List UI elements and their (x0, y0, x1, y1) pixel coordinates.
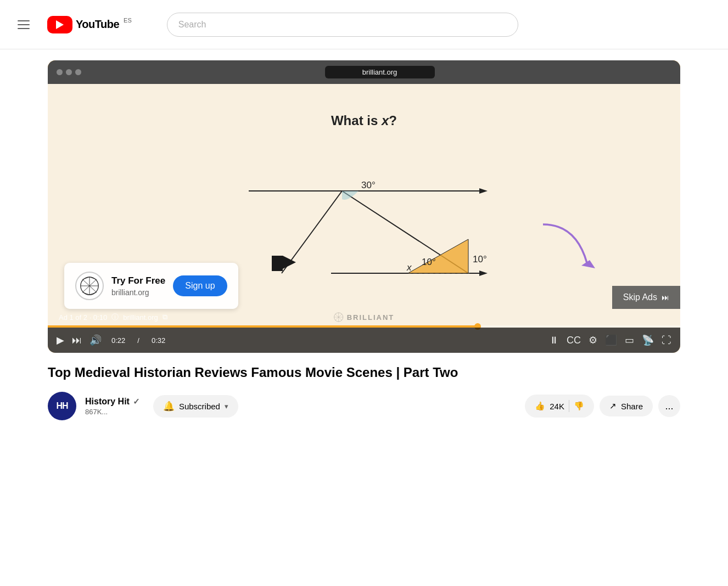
header: YouTube ES (0, 0, 728, 49)
browser-dot-green (75, 69, 81, 75)
next-button[interactable]: ⏭ (72, 335, 82, 346)
play-button[interactable]: ▶ (57, 334, 64, 346)
channel-name: History Hit ✓ (85, 397, 140, 407)
subscribed-label: Subscribed (179, 402, 220, 411)
menu-button[interactable] (13, 16, 34, 33)
pause-icon[interactable]: ⏸ (549, 335, 559, 346)
skip-ads-button[interactable]: Skip Ads ⏭ (612, 286, 680, 309)
search-input[interactable] (167, 13, 518, 37)
svg-text:10°: 10° (473, 254, 487, 264)
ad-info-text: Ad 1 of 2 · 0:10 (59, 313, 107, 322)
search-bar (167, 13, 518, 37)
brilliant-watermark: BRILLIANT (334, 312, 395, 322)
ad-logo (75, 272, 104, 300)
fullscreen-button[interactable]: ⛶ (662, 335, 671, 346)
chevron-down-icon: ▾ (225, 402, 228, 410)
theater-button[interactable]: ▭ (625, 334, 634, 346)
svg-text:10°: 10° (422, 257, 436, 267)
video-title: Top Medieval Historian Reviews Famous Mo… (48, 364, 680, 381)
ad-info: Try For Free brilliant.org (111, 275, 165, 297)
settings-button[interactable]: ⚙ (589, 334, 597, 346)
skip-ads-label: Skip Ads (623, 292, 657, 302)
svg-rect-13 (272, 256, 283, 271)
share-label: Share (621, 402, 643, 411)
action-buttons: 👍 24K 👎 ↗ Share ... (525, 395, 680, 418)
more-icon: ... (665, 401, 673, 412)
ad-info-bar: Ad 1 of 2 · 0:10 ⓘ brilliant.org ⧉ (59, 312, 167, 322)
miniplayer-button[interactable]: ⬛ (605, 334, 617, 346)
youtube-logo[interactable]: YouTube ES (47, 16, 132, 33)
svg-marker-14 (283, 256, 296, 269)
video-player[interactable]: brilliant.org What is x? (48, 60, 680, 353)
time-separator: / (137, 336, 139, 345)
country-code: ES (124, 17, 132, 24)
browser-dot-yellow (66, 69, 72, 75)
cast-button[interactable]: 📡 (642, 334, 654, 346)
verified-icon: ✓ (133, 397, 140, 407)
purple-arrow (532, 219, 598, 281)
thumbs-down-icon: 👎 (574, 401, 584, 411)
browser-url-bar: brilliant.org (88, 66, 671, 78)
channel-name-text: History Hit (85, 397, 130, 407)
ad-domain-link: brilliant.org (123, 313, 158, 322)
skip-ads-icon: ⏭ (662, 293, 669, 302)
ad-info-icon: ⓘ (111, 312, 119, 322)
browser-url-text: brilliant.org (325, 66, 435, 78)
more-button[interactable]: ... (658, 395, 680, 417)
svg-marker-8 (408, 239, 468, 273)
svg-text:x: x (406, 262, 412, 273)
svg-marker-2 (479, 188, 488, 194)
channel-info: History Hit ✓ 867K... (85, 397, 140, 416)
brilliant-logo-icon (80, 276, 99, 296)
volume-button[interactable]: 🔊 (89, 334, 102, 346)
browser-chrome: brilliant.org (48, 60, 680, 84)
video-controls: ▶ ⏭ 🔊 0:22 / 0:32 ⏸ CC ⚙ ⬛ ▭ 📡 ⛶ (48, 328, 680, 353)
youtube-logo-icon (47, 16, 72, 33)
total-time: 0:32 (152, 336, 165, 345)
like-button[interactable]: 👍 24K 👎 (525, 395, 594, 418)
main-content: brilliant.org What is x? (35, 49, 693, 431)
ad-signup-button[interactable]: Sign up (173, 275, 227, 296)
svg-text:30°: 30° (361, 180, 376, 190)
channel-row: HH History Hit ✓ 867K... 🔔 Subscribed ▾ … (48, 392, 680, 420)
ad-overlay: Try For Free brilliant.org Sign up (64, 263, 238, 309)
brilliant-text: BRILLIANT (347, 313, 395, 322)
subscribed-button[interactable]: 🔔 Subscribed ▾ (153, 395, 238, 418)
like-count: 24K (550, 402, 564, 411)
ad-try-text: Try For Free (111, 275, 165, 286)
share-button[interactable]: ↗ Share (600, 396, 653, 416)
thumbs-up-icon: 👍 (535, 401, 545, 411)
video-content-area: What is x? (48, 84, 680, 353)
channel-avatar[interactable]: HH (48, 392, 76, 420)
brilliant-watermark-icon (334, 312, 344, 322)
current-time: 0:22 (111, 336, 125, 345)
browser-dots (57, 69, 81, 75)
cc-button[interactable]: CC (567, 335, 581, 346)
bell-icon: 🔔 (163, 401, 175, 412)
ad-domain-text: brilliant.org (111, 288, 165, 297)
youtube-wordmark: YouTube (76, 18, 119, 31)
svg-marker-5 (479, 271, 488, 276)
like-divider (569, 400, 569, 412)
svg-marker-15 (581, 260, 595, 268)
ad-external-icon: ⧉ (163, 313, 167, 322)
channel-subscribers: 867K... (85, 408, 140, 416)
share-icon: ↗ (609, 401, 617, 411)
browser-dot-red (57, 69, 63, 75)
svg-text:What is x?: What is x? (331, 113, 397, 128)
